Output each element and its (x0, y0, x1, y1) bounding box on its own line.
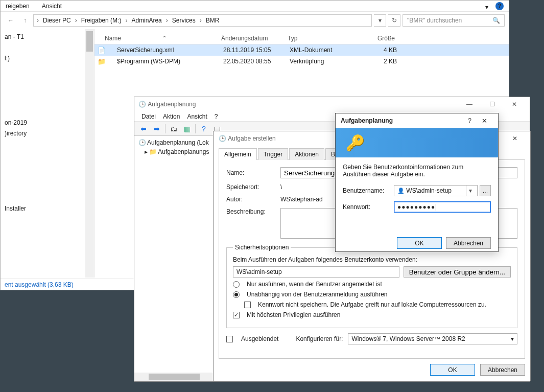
chevron-down-icon[interactable]: ▾ (485, 4, 490, 9)
dialog-title-bar[interactable]: Aufgabenplanung ? ✕ (336, 113, 498, 128)
explorer-icon[interactable]: 🗂 (169, 124, 179, 134)
label-password: Kennwort: (343, 203, 394, 211)
tree-root[interactable]: 🕒 Aufgabenplanung (Lok (136, 138, 211, 147)
help-icon[interactable]: ? (199, 124, 209, 134)
crumb-services[interactable]: Services (170, 17, 198, 24)
radio-run-logged-on[interactable] (233, 281, 240, 288)
back-icon[interactable]: ← (5, 14, 17, 27)
tab-triggers[interactable]: Trigger (258, 148, 289, 160)
menu-help[interactable]: ? (215, 113, 218, 120)
column-type[interactable]: Typ (288, 35, 364, 42)
tab-actions[interactable]: Aktionen (289, 148, 324, 160)
history-dropdown-icon[interactable]: ▾ (374, 14, 386, 27)
scheduler-tree[interactable]: 🕒 Aufgabenplanung (Lok ▸ 📁 Aufgabenplanu… (134, 136, 214, 372)
dialog-title: Aufgabe erstellen (228, 135, 275, 142)
tab-general[interactable]: Allgemein (219, 148, 257, 160)
clock-icon: 🕒 (138, 101, 146, 108)
crumb-bmr[interactable]: BMR (204, 17, 222, 24)
ok-button[interactable]: OK (430, 364, 475, 376)
maximize-icon[interactable]: ☐ (481, 97, 503, 111)
forward-icon[interactable]: ➡ (152, 124, 162, 134)
value-author: WS\stephan-ad (280, 196, 323, 203)
up-icon[interactable]: ↑ (19, 14, 31, 27)
column-size[interactable]: Größe (364, 35, 405, 42)
list-item[interactable]: 📄 ServerSicherung.xml 28.11.2019 15:05 X… (94, 44, 509, 56)
minimize-icon[interactable]: — (458, 97, 481, 111)
explorer-tree[interactable]: an - T1 l:) on-2019 )irectory Installer (1, 29, 94, 278)
window-title: Aufgabenplanung (148, 101, 196, 108)
sort-asc-icon: ⌃ (162, 35, 167, 42)
menu-action[interactable]: Aktion (163, 113, 180, 120)
list-item[interactable]: 📁 $Programm (WS-DPM) 22.05.2020 08:55 Ve… (94, 56, 509, 67)
tree-library[interactable]: ▸ 📁 Aufgabenplanungs (136, 147, 211, 156)
crumb-pc[interactable]: Dieser PC (41, 17, 73, 24)
user-account-display: WS\admin-setup (233, 266, 399, 278)
menu-share[interactable]: reigeben (6, 3, 30, 10)
tree-node[interactable]: )irectory (1, 128, 94, 139)
chevron-down-icon: ▾ (511, 335, 514, 342)
chevron-down-icon[interactable]: ▾ (466, 186, 474, 196)
refresh-icon[interactable]: ↻ (388, 14, 400, 27)
menu-view[interactable]: Ansicht (187, 113, 207, 120)
clock-icon: 🕒 (219, 135, 226, 142)
menu-file[interactable]: Datei (141, 113, 156, 120)
security-prompt: Beim Ausführen der Aufgaben folgendes Be… (233, 256, 511, 263)
search-input[interactable]: "BMR" durchsuchen 🔍 (403, 14, 505, 27)
credentials-dialog: Aufgabenplanung ? ✕ 🔑 Geben Sie Benutzer… (335, 113, 499, 252)
chevron-right-icon: › (36, 17, 40, 24)
dialog-title: Aufgabenplanung (341, 117, 393, 124)
username-combo[interactable]: 👤 WS\admin-setup ▾ (394, 185, 478, 196)
column-date[interactable]: Änderungsdatum (221, 35, 288, 42)
file-size: 4 KB (366, 47, 407, 54)
ok-button[interactable]: OK (397, 237, 442, 249)
tree-node[interactable]: Installer (1, 203, 94, 214)
explorer-menubar: reigeben Ansicht ▾ ? (1, 1, 509, 12)
tree-node[interactable]: l:) (1, 53, 94, 63)
checkbox-hidden[interactable] (226, 336, 233, 342)
back-icon[interactable]: ⬅ (138, 124, 149, 134)
file-date: 28.11.2019 15:05 (223, 47, 290, 54)
banner: 🔑 (336, 128, 498, 157)
close-icon[interactable]: ✕ (476, 117, 493, 125)
window-title-bar[interactable]: 🕒 Aufgabenplanung — ☐ ✕ (134, 97, 530, 111)
crumb-adminarea[interactable]: AdminArea (129, 17, 163, 24)
file-size: 2 KB (366, 58, 407, 65)
file-name: $Programm (WS-DPM) (107, 58, 223, 65)
file-date: 22.05.2020 08:55 (223, 58, 290, 65)
label-description: Beschreibung: (226, 208, 280, 215)
tree-node[interactable]: on-2019 (1, 117, 94, 128)
file-name: ServerSicherung.xml (107, 47, 223, 54)
label-author: Autor: (226, 196, 280, 203)
search-icon[interactable]: 🔍 (492, 17, 500, 24)
close-icon[interactable]: ✕ (503, 97, 526, 111)
help-icon[interactable]: ? (495, 2, 504, 10)
column-name[interactable]: Name⌃ (94, 35, 221, 42)
breadcrumb[interactable]: › Dieser PC › Freigaben (M:) › AdminArea… (33, 14, 372, 27)
label-location: Speicherort: (226, 183, 280, 191)
label-username: Benutzername: (343, 187, 394, 194)
credentials-prompt: Geben Sie Benutzerkontoinformationen zum… (343, 164, 491, 178)
close-icon[interactable]: ✕ (505, 131, 525, 146)
tree-node[interactable]: an - T1 (1, 31, 94, 42)
file-xml-icon: 📄 (98, 47, 107, 54)
crumb-drive[interactable]: Freigaben (M:) (79, 17, 124, 24)
details-icon[interactable]: ▦ (182, 124, 192, 134)
cancel-button[interactable]: Abbrechen (446, 237, 491, 249)
keys-icon: 🔑 (346, 134, 365, 152)
password-input[interactable]: ●●●●●●●●● (394, 201, 491, 213)
change-user-button[interactable]: Benutzer oder Gruppe ändern... (404, 266, 511, 278)
file-type: XML-Dokument (290, 47, 366, 54)
label-hidden: Ausgeblendet (241, 335, 278, 342)
checkbox-no-store-password[interactable] (244, 302, 251, 308)
browse-user-button[interactable]: … (480, 185, 491, 196)
help-icon[interactable]: ? (464, 117, 476, 124)
value-location: \ (280, 183, 282, 191)
radio-run-whether[interactable] (233, 291, 240, 298)
configure-for-select[interactable]: Windows® 7, Windows Server™ 2008 R2 ▾ (348, 333, 517, 344)
legend-security: Sicherheitsoptionen (233, 244, 291, 251)
cancel-button[interactable]: Abbrechen (480, 364, 525, 376)
checkbox-highest-privileges[interactable] (233, 312, 240, 318)
label-name: Name: (226, 169, 280, 176)
menu-view[interactable]: Ansicht (42, 3, 62, 10)
shortcut-icon: 📁 (98, 58, 107, 65)
